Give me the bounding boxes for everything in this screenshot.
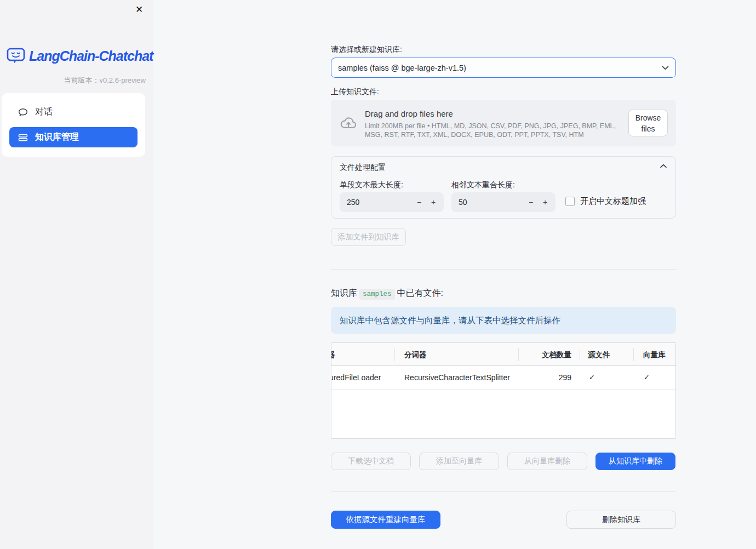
delete-kb-button[interactable]: 删除知识库 [566, 511, 676, 529]
chevron-down-icon [662, 66, 669, 70]
chat-bubble-icon [18, 107, 28, 118]
version-value: v0.2.6-preview [99, 76, 146, 84]
overlap-size-input[interactable]: 50 − + [451, 192, 555, 212]
chunk-size-value[interactable]: 250 [347, 198, 359, 207]
browse-files-label-line2: files [629, 123, 667, 134]
row-divider [331, 389, 675, 390]
kb-files-suffix: 中已有文件: [397, 288, 443, 298]
check-icon: ✓ [644, 373, 650, 381]
rebuild-vector-store-button[interactable]: 依据源文件重建向量库 [331, 511, 440, 529]
column-divider [518, 348, 519, 361]
sidebar-item-label: 知识库管理 [35, 131, 79, 143]
info-banner: 知识库中包含源文件与向量库，请从下表中选择文件后操作 [331, 307, 676, 334]
browse-files-label-line1: Browse [629, 112, 667, 123]
column-divider [580, 348, 580, 361]
chatchat-logo-icon [7, 47, 25, 65]
checkbox-box-icon[interactable] [565, 197, 575, 206]
zh-title-enhance-checkbox[interactable]: 开启中文标题加强 [565, 196, 646, 207]
overlap-size-decrement-button[interactable]: − [524, 192, 538, 212]
column-header-source-file: 源文件 [588, 350, 610, 360]
browse-files-button[interactable]: Browse files [628, 110, 668, 136]
config-expander-title: 文件处理配置 [340, 163, 386, 173]
file-table-header: 加载器 分词器 文档数量 源文件 向量库 [331, 343, 675, 366]
config-expander: 文件处理配置 单段文本最大长度: 相邻文本重合长度: 250 − + 50 − … [331, 156, 676, 219]
check-icon: ✓ [589, 373, 595, 381]
divider [331, 491, 676, 492]
dropzone-limit-text: Limit 200MB per file • HTML, MD, JSON, C… [365, 122, 627, 139]
chunk-size-label: 单段文本最大长度: [340, 180, 403, 190]
chunk-size-input[interactable]: 250 − + [340, 192, 444, 212]
kb-files-heading: 知识库samples中已有文件: [331, 288, 443, 299]
column-header-doc-count: 文档数量 [523, 350, 571, 360]
sidebar-item-dialogue[interactable]: 对话 [9, 102, 138, 122]
column-divider [633, 348, 634, 361]
column-header-vector-store: 向量库 [643, 350, 666, 360]
kb-files-prefix: 知识库 [331, 288, 357, 298]
list-icon [18, 132, 28, 143]
chunk-size-increment-button[interactable]: + [426, 192, 440, 212]
column-header-splitter: 分词器 [404, 350, 427, 360]
config-expander-header[interactable]: 文件处理配置 [331, 157, 675, 176]
overlap-size-label: 相邻文本重合长度: [451, 180, 515, 190]
upload-label: 上传知识文件: [331, 87, 379, 97]
add-to-vector-store-button[interactable]: 添加至向量库 [419, 453, 499, 470]
kb-select[interactable]: samples (faiss @ bge-large-zh-v1.5) [331, 58, 676, 78]
version-info: 当前版本：v0.2.6-preview [0, 76, 146, 85]
delete-from-vector-store-button[interactable]: 从向量库删除 [507, 453, 587, 470]
file-table[interactable]: 加载器 分词器 文档数量 源文件 向量库 UnstructuredFileLoa… [331, 342, 676, 439]
overlap-size-value[interactable]: 50 [459, 198, 467, 207]
add-files-to-kb-button[interactable]: 添加文件到知识库 [331, 228, 406, 246]
download-selected-docs-button[interactable]: 下载选中文档 [331, 453, 411, 470]
chunk-size-decrement-button[interactable]: − [412, 192, 426, 212]
sidebar-menu: 对话 知识库管理 [2, 93, 145, 157]
cell-splitter: RecursiveCharacterTextSplitter [404, 373, 510, 382]
kb-select-value: samples (faiss @ bge-large-zh-v1.5) [338, 64, 662, 72]
column-header-loader-clipped: 加载器 [331, 350, 335, 360]
file-uploader-dropzone[interactable]: Drag and drop files here Limit 200MB per… [331, 100, 676, 146]
dropzone-title: Drag and drop files here [365, 109, 453, 118]
divider [331, 269, 676, 270]
sidebar-close-button[interactable]: ✕ [131, 2, 147, 18]
column-divider [394, 348, 395, 361]
sidebar-item-label: 对话 [35, 106, 53, 118]
sidebar-item-kb-management[interactable]: 知识库管理 [9, 127, 138, 147]
app-logo: LangChain-Chatchat [7, 47, 153, 65]
cell-doc-count: 299 [523, 373, 571, 382]
kb-select-label: 请选择或新建知识库: [331, 45, 402, 55]
sidebar: ✕ LangChain-Chatchat 当前版本：v0.2.6-preview… [0, 0, 153, 549]
app-title: LangChain-Chatchat [29, 48, 153, 64]
kb-name-code: samples [359, 289, 395, 300]
version-label: 当前版本： [64, 76, 99, 84]
cell-loader: UnstructuredFileLoader [331, 373, 381, 382]
chevron-up-icon [660, 164, 667, 168]
cloud-upload-icon [339, 114, 358, 133]
delete-from-kb-button[interactable]: 从知识库中删除 [595, 453, 675, 470]
overlap-size-increment-button[interactable]: + [538, 192, 552, 212]
zh-title-enhance-label: 开启中文标题加强 [580, 196, 646, 207]
